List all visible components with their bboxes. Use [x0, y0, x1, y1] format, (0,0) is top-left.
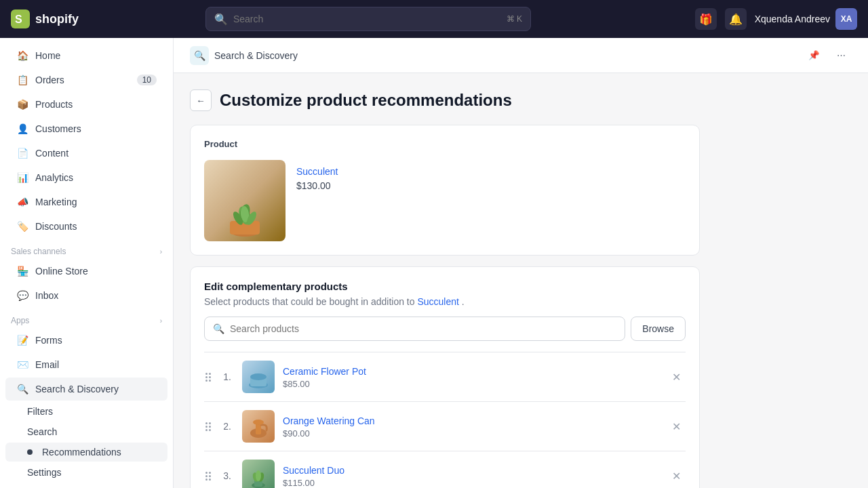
- orders-icon: 📋: [16, 74, 28, 86]
- sidebar-item-analytics[interactable]: 📊 Analytics: [5, 166, 167, 189]
- online-store-icon: 🏪: [16, 265, 28, 277]
- table-row: 1. Ceramic Flower Pot $85.00 ✕: [204, 352, 686, 401]
- sidebar-sublabel-settings: Settings: [27, 467, 62, 478]
- analytics-icon: 📊: [16, 171, 28, 184]
- email-icon: ✉️: [16, 359, 28, 371]
- sidebar-item-products[interactable]: 📦 Products: [5, 93, 167, 116]
- products-icon: 📦: [16, 98, 28, 110]
- sidebar-label-discounts: Discounts: [35, 221, 77, 232]
- succulent-svg: [218, 187, 272, 241]
- sidebar-label-orders: Orders: [35, 75, 64, 85]
- item-number-3: 3.: [220, 470, 234, 481]
- search-icon: 🔍: [214, 13, 228, 26]
- sidebar-subitem-settings[interactable]: Settings: [5, 463, 167, 482]
- table-row: 2. Orange Watering Can $90.00 ✕: [204, 401, 686, 451]
- sidebar-label-customers: Customers: [35, 123, 81, 134]
- item-price-2: $90.00: [283, 428, 658, 439]
- item-info-1: Ceramic Flower Pot $85.00: [283, 365, 658, 389]
- table-row: 3. Succulent Duo $115.00 ✕: [204, 451, 686, 488]
- drag-handle-2[interactable]: [204, 421, 212, 432]
- sidebar-subitem-search[interactable]: Search: [5, 422, 167, 441]
- sidebar-label-analytics: Analytics: [35, 172, 73, 183]
- remove-button-3[interactable]: ✕: [667, 466, 686, 485]
- remove-button-2[interactable]: ✕: [667, 417, 686, 436]
- item-thumbnail-1: [242, 361, 275, 393]
- sales-channels-section[interactable]: Sales channels ›: [0, 239, 173, 259]
- page-title-row: ← Customize product recommendations: [190, 89, 700, 111]
- breadcrumb-text: Search & Discovery: [214, 50, 298, 61]
- pin-button[interactable]: 📌: [803, 45, 825, 66]
- product-card-label: Product: [204, 139, 686, 149]
- browse-button[interactable]: Browse: [631, 317, 686, 341]
- main-content: 🔍 Search & Discovery 📌 ⋯ ← Customize pro…: [174, 38, 868, 488]
- edit-complementary-card: Edit complementary products Select produ…: [190, 266, 700, 488]
- edit-section-desc: Select products that could be bought in …: [204, 296, 686, 307]
- search-products-input[interactable]: [230, 323, 616, 334]
- sidebar-item-orders[interactable]: 📋 Orders 10: [5, 68, 167, 92]
- item-price-3: $115.00: [283, 478, 658, 488]
- product-card: Product: [190, 125, 700, 256]
- breadcrumb-bar: 🔍 Search & Discovery 📌 ⋯: [174, 38, 868, 73]
- drag-handle-3[interactable]: [204, 470, 212, 482]
- product-link[interactable]: Succulent: [296, 166, 338, 177]
- sidebar-item-discounts[interactable]: 🏷️ Discounts: [5, 215, 167, 238]
- item-price-1: $85.00: [283, 379, 658, 389]
- sidebar-item-search-discovery[interactable]: 🔍 Search & Discovery: [5, 378, 167, 401]
- sidebar-item-customers[interactable]: 👤 Customers: [5, 117, 167, 140]
- breadcrumb-icon: 🔍: [190, 46, 209, 65]
- sidebar-label-products: Products: [35, 99, 73, 110]
- item-link-2[interactable]: Orange Watering Can: [283, 415, 375, 426]
- bell-icon-button[interactable]: 🔔: [725, 8, 747, 30]
- sales-channels-chevron: ›: [160, 248, 162, 256]
- more-options-button[interactable]: ⋯: [830, 45, 852, 66]
- apps-section[interactable]: Apps ›: [0, 308, 173, 328]
- complementary-products-list: 1. Ceramic Flower Pot $85.00 ✕: [204, 352, 686, 488]
- sales-channels-label: Sales channels: [11, 247, 66, 256]
- sidebar-item-home[interactable]: 🏠 Home: [5, 44, 167, 67]
- shopify-logo: S shopify: [11, 9, 119, 28]
- apps-chevron: ›: [160, 317, 162, 325]
- avatar: XA: [835, 8, 857, 30]
- customers-icon: 👤: [16, 123, 28, 135]
- back-button[interactable]: ←: [190, 89, 212, 111]
- sidebar-label-email: Email: [35, 359, 59, 370]
- user-menu[interactable]: Xquenda Andreev XA: [755, 8, 857, 30]
- sidebar: 🏠 Home 📋 Orders 10 📦 Products 👤 Customer…: [0, 38, 174, 488]
- sidebar-item-online-store[interactable]: 🏪 Online Store: [5, 260, 167, 283]
- product-price: $130.00: [296, 180, 338, 191]
- search-products-input-wrapper[interactable]: 🔍: [204, 317, 625, 341]
- sidebar-label-content: Content: [35, 148, 68, 159]
- product-info: Succulent $130.00: [296, 160, 338, 191]
- drag-handle-1[interactable]: [204, 371, 212, 383]
- item-link-3[interactable]: Succulent Duo: [283, 465, 344, 476]
- svg-point-19: [256, 470, 261, 481]
- item-link-1[interactable]: Ceramic Flower Pot: [283, 366, 366, 377]
- sidebar-label-forms: Forms: [35, 335, 62, 346]
- edit-product-link[interactable]: Succulent: [417, 296, 458, 307]
- sidebar-subitem-recommendations[interactable]: Recommendations: [5, 443, 167, 462]
- item-info-2: Orange Watering Can $90.00: [283, 415, 658, 439]
- sidebar-item-inbox[interactable]: 💬 Inbox: [5, 284, 167, 307]
- item-thumbnail-2: [242, 410, 275, 443]
- page-title: Customize product recommendations: [220, 91, 512, 110]
- sidebar-label-online-store: Online Store: [35, 266, 88, 277]
- sidebar-item-content[interactable]: 📄 Content: [5, 142, 167, 165]
- sidebar-item-email[interactable]: ✉️ Email: [5, 353, 167, 376]
- gift-icon-button[interactable]: 🎁: [695, 8, 717, 30]
- active-dot: [27, 449, 33, 455]
- content-icon: 📄: [16, 147, 28, 159]
- sidebar-item-marketing[interactable]: 📣 Marketing: [5, 190, 167, 214]
- sidebar-sublabel-search: Search: [27, 426, 57, 437]
- logo-text: shopify: [35, 12, 79, 26]
- remove-button-1[interactable]: ✕: [667, 367, 686, 386]
- orders-badge: 10: [137, 75, 157, 85]
- global-search-input[interactable]: [233, 14, 501, 24]
- sidebar-label-home: Home: [35, 50, 60, 61]
- global-search-bar[interactable]: 🔍 ⌘ K: [205, 7, 531, 31]
- home-icon: 🏠: [16, 49, 28, 62]
- sidebar-item-forms[interactable]: 📝 Forms: [5, 329, 167, 352]
- item-number-2: 2.: [220, 421, 234, 432]
- svg-text:S: S: [15, 14, 22, 25]
- forms-icon: 📝: [16, 334, 28, 346]
- sidebar-subitem-filters[interactable]: Filters: [5, 402, 167, 421]
